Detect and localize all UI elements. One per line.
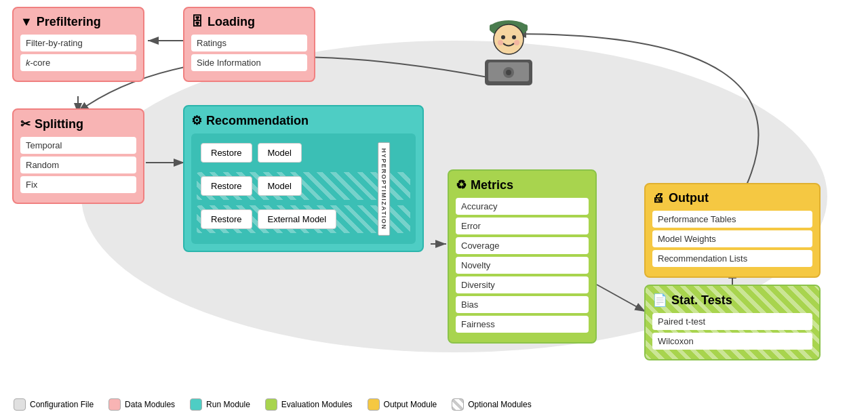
legend-run: Run Module	[190, 398, 250, 411]
legend-output-dot	[368, 398, 380, 411]
loading-item-1: Ratings	[191, 35, 307, 51]
restore-btn-1[interactable]: Restore	[201, 143, 252, 163]
model-btn-2[interactable]: Model	[258, 176, 302, 196]
prefiltering-item-1: Filter-by-rating	[20, 35, 136, 51]
diagram-container: ▼ Prefiltering Filter-by-rating k-core 🗄…	[0, 0, 868, 386]
legend: Configuration File Data Modules Run Modu…	[14, 398, 532, 411]
metrics-item-error: Error	[456, 218, 589, 234]
prefiltering-module: ▼ Prefiltering Filter-by-rating k-core	[12, 7, 144, 82]
user-icon	[475, 14, 542, 88]
prefiltering-item-2: k-core	[20, 54, 136, 71]
svg-point-11	[501, 35, 505, 39]
stattests-item-2: Wilcoxon	[652, 333, 812, 350]
metrics-item-accuracy: Accuracy	[456, 198, 589, 215]
legend-run-dot	[190, 398, 202, 411]
legend-eval: Evaluation Modules	[265, 398, 353, 411]
splitting-title: ✂ Splitting	[20, 117, 136, 131]
stattests-title: 📄 Stat. Tests	[652, 293, 812, 308]
legend-optional-label: Optional Modules	[468, 400, 531, 409]
legend-config-dot	[14, 398, 26, 411]
splitting-icon: ✂	[20, 117, 31, 131]
legend-eval-dot	[265, 398, 277, 411]
stattests-item-1: Paired t-test	[652, 313, 812, 330]
legend-output-label: Output Module	[384, 400, 437, 409]
loading-module: 🗄 Loading Ratings Side Information	[183, 7, 315, 82]
metrics-module: ♻ Metrics Accuracy Error Coverage Novelt…	[448, 169, 597, 344]
stattests-icon: 📄	[652, 293, 667, 308]
metrics-item-diversity: Diversity	[456, 276, 589, 293]
loading-item-2: Side Information	[191, 54, 307, 71]
splitting-item-3: Fix	[20, 176, 136, 193]
svg-point-10	[494, 24, 524, 54]
output-icon: 🖨	[652, 191, 665, 205]
recommendation-icon: ⚙	[191, 113, 202, 128]
hyperopt-label: HYPEROPTIMIZATION	[378, 142, 390, 235]
svg-point-18	[506, 70, 511, 75]
legend-data-label: Data Modules	[125, 400, 175, 409]
legend-data: Data Modules	[108, 398, 175, 411]
splitting-item-2: Random	[20, 157, 136, 173]
metrics-item-bias: Bias	[456, 296, 589, 313]
svg-point-12	[512, 35, 516, 39]
legend-run-label: Run Module	[206, 400, 250, 409]
output-item-perf-tables: Performance Tables	[652, 211, 812, 228]
metrics-item-novelty: Novelty	[456, 257, 589, 274]
legend-optional: Optional Modules	[452, 398, 531, 411]
splitting-module: ✂ Splitting Temporal Random Fix	[12, 108, 144, 204]
svg-point-14	[514, 40, 519, 45]
recommendation-title: ⚙ Recommendation	[191, 113, 416, 128]
legend-output: Output Module	[368, 398, 437, 411]
legend-data-dot	[108, 398, 121, 411]
metrics-item-coverage: Coverage	[456, 237, 589, 254]
legend-config: Configuration File	[14, 398, 94, 411]
legend-optional-dot	[452, 398, 464, 411]
loading-icon: 🗄	[191, 15, 203, 29]
metrics-title: ♻ Metrics	[456, 178, 589, 192]
restore-btn-2[interactable]: Restore	[201, 176, 252, 196]
model-btn-1[interactable]: Model	[258, 143, 302, 163]
output-item-rec-lists: Recommendation Lists	[652, 250, 812, 267]
legend-config-label: Configuration File	[30, 400, 94, 409]
loading-title: 🗄 Loading	[191, 15, 307, 29]
restore-btn-3[interactable]: Restore	[201, 209, 252, 229]
splitting-item-1: Temporal	[20, 137, 136, 154]
prefiltering-title: ▼ Prefiltering	[20, 15, 136, 29]
output-module: 🖨 Output Performance Tables Model Weight…	[644, 183, 821, 278]
legend-eval-label: Evaluation Modules	[281, 400, 353, 409]
output-item-model-weights: Model Weights	[652, 230, 812, 247]
recommendation-module: ⚙ Recommendation Restore Model Restore M…	[183, 105, 424, 252]
svg-point-13	[498, 40, 503, 45]
metrics-item-fairness: Fairness	[456, 316, 589, 333]
output-title: 🖨 Output	[652, 191, 812, 205]
recommendation-inner: Restore Model Restore Model Restore Exte…	[191, 133, 416, 244]
stattests-module: 📄 Stat. Tests Paired t-test Wilcoxon	[644, 285, 821, 360]
metrics-icon: ♻	[456, 178, 467, 192]
external-model-btn[interactable]: External Model	[258, 209, 337, 229]
prefiltering-icon: ▼	[20, 15, 33, 29]
